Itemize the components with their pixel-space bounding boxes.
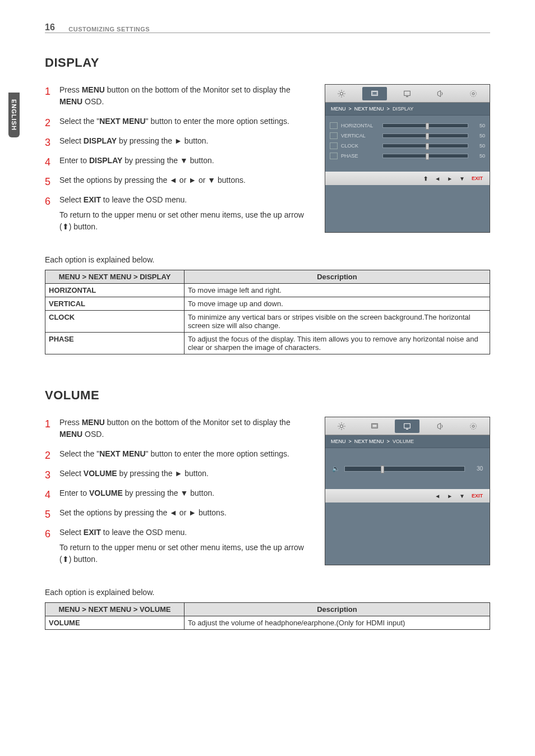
display-step-2: Select the "NEXT MENU" button to enter t… — [45, 116, 308, 127]
down-arrow-icon: ▼ — [459, 493, 465, 499]
table-row: VOLUMETo adjust the volume of headphone/… — [45, 616, 490, 630]
svg-point-31 — [470, 423, 476, 429]
volume-step-6: Select EXIT to leave the OSD menu. — [45, 527, 308, 538]
vertical-icon — [330, 132, 338, 139]
display-steps-list: Press MENU button on the bottom of the M… — [45, 84, 308, 206]
osd-row-horizontal: HORIZONTAL 50 — [330, 122, 485, 129]
volume-section-title: VOLUME — [45, 388, 490, 403]
svg-point-0 — [340, 92, 343, 95]
volume-options-table: MENU > NEXT MENU > VOLUME Description VO… — [45, 602, 490, 630]
svg-point-30 — [472, 425, 474, 427]
bc-next: NEXT MENU — [354, 106, 384, 112]
vertical-value: 50 — [472, 133, 485, 139]
others-tab-icon — [428, 87, 453, 100]
language-tab: ENGLISH — [8, 93, 20, 137]
volume-th-left: MENU > NEXT MENU > VOLUME — [45, 603, 185, 616]
volume-tab-icon — [395, 420, 419, 433]
table-row: HORIZONTALTo move image left and right. — [45, 284, 490, 297]
volume-tab-icon — [395, 87, 419, 100]
settings-tab-icon — [461, 87, 486, 100]
page-number: 16 — [45, 22, 55, 33]
display-th-right: Description — [185, 270, 490, 284]
up-arrow-icon: ⬆ — [423, 176, 428, 182]
svg-rect-28 — [406, 428, 408, 429]
svg-point-14 — [472, 93, 474, 95]
brightness-tab-icon — [329, 87, 354, 100]
display-section-title: DISPLAY — [45, 56, 490, 70]
right-arrow-icon: ► — [447, 176, 453, 182]
volume-osd-footer: ◄ ► ▼ EXIT — [325, 489, 490, 503]
volume-step-5: Set the options by pressing the ◄ or ► b… — [45, 507, 308, 519]
clock-slider — [382, 144, 468, 148]
display-step-6: Select EXIT to leave the OSD menu. — [45, 194, 308, 206]
display-return-note: To return to the upper menu or set other… — [45, 209, 308, 233]
osd-tabs — [325, 417, 490, 435]
osd-tabs — [325, 85, 490, 103]
svg-line-7 — [344, 91, 344, 91]
clock-label: CLOCK — [341, 143, 379, 149]
display-step-5: Set the options by pressing the ◄ or ► o… — [45, 174, 308, 186]
svg-rect-12 — [406, 96, 408, 96]
display-osd-panel: MENU>NEXT MENU>DISPLAY HORIZONTAL 50 VER… — [325, 84, 490, 233]
horizontal-label: HORIZONTAL — [341, 123, 379, 128]
horizontal-icon — [330, 122, 338, 129]
left-arrow-icon: ◄ — [435, 176, 440, 182]
svg-line-24 — [339, 428, 340, 428]
svg-marker-29 — [437, 423, 440, 429]
volume-explain-intro: Each option is explained below. — [45, 588, 490, 597]
volume-osd-breadcrumb: MENU>NEXT MENU>VOLUME — [325, 435, 490, 448]
volume-osd-panel: MENU>NEXT MENU>VOLUME 🔈 30 ◄ ► ▼ EXIT — [325, 417, 490, 565]
exit-label: EXIT — [472, 176, 483, 181]
display-step-4: Enter to DISPLAY by pressing the ▼ butto… — [45, 155, 308, 167]
volume-step-1: Press MENU button on the bottom of the M… — [45, 417, 308, 440]
osd-row-clock: CLOCK 50 — [330, 142, 485, 149]
speaker-icon: 🔈 — [332, 465, 340, 472]
volume-th-right: Description — [185, 603, 490, 616]
volume-step-2: Select the "NEXT MENU" button to enter t… — [45, 448, 308, 460]
vertical-label: VERTICAL — [341, 133, 379, 139]
display-th-left: MENU > NEXT MENU > DISPLAY — [45, 270, 185, 284]
svg-rect-26 — [372, 424, 377, 427]
clock-icon — [330, 142, 338, 149]
display-osd-footer: ⬆ ◄ ► ▼ EXIT — [325, 172, 490, 185]
svg-line-23 — [344, 423, 344, 424]
bc-display: DISPLAY — [393, 106, 413, 112]
bc-menu: MENU — [331, 106, 346, 112]
phase-icon — [330, 153, 338, 159]
phase-label: PHASE — [341, 153, 379, 159]
display-explain-intro: Each option is explained below. — [45, 255, 490, 264]
horizontal-value: 50 — [472, 123, 485, 128]
svg-line-21 — [339, 423, 340, 424]
page-header: 16 CUSTOMIZING SETTINGS — [45, 22, 490, 33]
display-step-3: Select DISPLAY by pressing the ► button. — [45, 135, 308, 147]
svg-rect-27 — [404, 423, 411, 428]
svg-rect-10 — [372, 91, 377, 94]
bc-next: NEXT MENU — [354, 439, 384, 444]
phase-slider — [382, 154, 468, 158]
svg-line-8 — [339, 95, 340, 96]
display-tab-icon — [362, 420, 387, 433]
svg-rect-11 — [404, 91, 411, 95]
svg-line-6 — [344, 95, 344, 96]
bc-menu: MENU — [331, 439, 346, 444]
bc-volume: VOLUME — [393, 439, 414, 444]
osd-volume-row: 🔈 30 — [332, 465, 483, 472]
settings-tab-icon — [461, 420, 486, 433]
volume-value: 30 — [469, 465, 483, 472]
left-arrow-icon: ◄ — [435, 493, 440, 499]
clock-value: 50 — [472, 143, 485, 149]
volume-slider — [344, 466, 465, 472]
exit-label: EXIT — [472, 493, 483, 499]
svg-point-15 — [470, 90, 476, 96]
osd-row-vertical: VERTICAL 50 — [330, 132, 485, 139]
display-osd-breadcrumb: MENU>NEXT MENU>DISPLAY — [325, 103, 490, 116]
osd-row-phase: PHASE 50 — [330, 153, 485, 159]
display-tab-icon — [362, 87, 387, 100]
svg-line-22 — [344, 428, 344, 428]
svg-marker-13 — [437, 90, 440, 96]
volume-steps-list: Press MENU button on the bottom of the M… — [45, 417, 308, 538]
right-arrow-icon: ► — [447, 493, 453, 499]
table-row: CLOCKTo minimize any vertical bars or st… — [45, 311, 490, 333]
display-options-table: MENU > NEXT MENU > DISPLAY Description H… — [45, 270, 490, 354]
others-tab-icon — [428, 420, 453, 433]
